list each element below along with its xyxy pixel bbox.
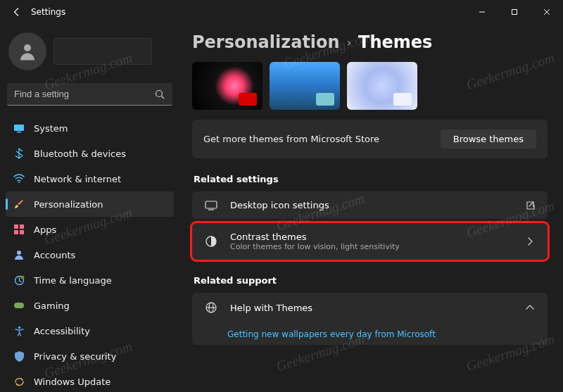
globe-icon	[203, 301, 219, 314]
contrast-icon	[203, 235, 219, 248]
chevron-right-icon	[524, 237, 536, 246]
system-icon	[13, 122, 25, 134]
search	[7, 83, 172, 106]
window-title: Settings	[31, 7, 65, 17]
search-input[interactable]	[7, 83, 172, 106]
tile-subtitle: Color themes for low vision, light sensi…	[230, 242, 400, 251]
nav-gaming[interactable]: Gaming	[6, 293, 174, 318]
tile-title: Desktop icon settings	[230, 200, 329, 210]
contrast-themes-tile[interactable]: Contrast themes Color themes for low vis…	[192, 223, 548, 260]
svg-point-12	[17, 251, 21, 255]
chevron-up-icon	[524, 305, 536, 310]
brush-icon	[13, 198, 25, 210]
breadcrumb-parent[interactable]: Personalization	[192, 32, 340, 52]
nav-time[interactable]: Time & language	[6, 267, 174, 293]
help-with-themes-tile[interactable]: Help with Themes	[192, 293, 548, 322]
apps-icon	[13, 223, 25, 236]
avatar	[8, 32, 46, 70]
update-icon	[13, 375, 25, 388]
nav-accounts[interactable]: Accounts	[6, 242, 174, 267]
nav-system[interactable]: System	[6, 115, 174, 141]
chevron-right-icon: ›	[347, 36, 351, 49]
svg-rect-17	[205, 201, 217, 208]
clock-icon	[13, 274, 25, 286]
svg-rect-1	[512, 10, 517, 15]
nav-label: Network & internet	[34, 174, 121, 184]
minimize-button[interactable]	[466, 0, 498, 24]
svg-rect-10	[14, 230, 18, 234]
breadcrumb-current: Themes	[358, 32, 432, 52]
nav-label: Gaming	[34, 301, 70, 311]
nav-privacy[interactable]: Privacy & security	[6, 343, 174, 369]
person-icon	[13, 248, 25, 261]
theme-card-2[interactable]	[270, 62, 340, 110]
titlebar: Settings	[0, 0, 563, 24]
svg-rect-8	[14, 225, 18, 229]
svg-point-16	[18, 326, 20, 329]
back-button[interactable]	[7, 7, 27, 17]
svg-rect-15	[14, 303, 24, 308]
search-icon	[154, 89, 165, 100]
store-text: Get more themes from Microsoft Store	[203, 134, 379, 144]
desktop-icon-settings-tile[interactable]: Desktop icon settings	[192, 191, 548, 219]
svg-rect-11	[20, 230, 24, 234]
nav-windows-update[interactable]: Windows Update	[6, 369, 174, 392]
svg-rect-5	[14, 125, 24, 131]
svg-rect-9	[20, 225, 24, 229]
external-link-icon	[524, 201, 536, 210]
svg-point-7	[18, 182, 20, 183]
profile-name-box	[53, 38, 152, 65]
shield-icon	[13, 350, 25, 362]
svg-point-3	[156, 91, 163, 97]
wifi-icon	[13, 172, 25, 185]
nav-label: Personalization	[34, 199, 103, 210]
theme-previews	[192, 62, 548, 110]
sidebar: System Bluetooth & devices Network & int…	[0, 24, 179, 392]
nav-label: Apps	[34, 225, 56, 235]
desktop-icon	[203, 201, 219, 210]
browse-themes-button[interactable]: Browse themes	[441, 129, 536, 148]
nav-label: Privacy & security	[34, 351, 116, 362]
nav-label: Windows Update	[34, 377, 110, 387]
nav-label: Accessibility	[34, 326, 90, 336]
related-settings-header: Related settings	[194, 174, 548, 184]
nav-apps[interactable]: Apps	[6, 217, 174, 242]
nav-label: Bluetooth & devices	[34, 148, 126, 159]
nav-personalization[interactable]: Personalization	[6, 191, 174, 217]
nav-accessibility[interactable]: Accessibility	[6, 318, 174, 343]
breadcrumb: Personalization › Themes	[192, 27, 548, 62]
svg-point-2	[24, 44, 31, 51]
window-controls	[466, 0, 563, 24]
store-row: Get more themes from Microsoft Store Bro…	[192, 120, 548, 158]
nav-bluetooth[interactable]: Bluetooth & devices	[6, 141, 174, 166]
related-support-header: Related support	[194, 275, 548, 286]
support-link[interactable]: Getting new wallpapers every day from Mi…	[192, 322, 548, 345]
theme-card-3[interactable]	[347, 62, 417, 110]
tile-title: Help with Themes	[230, 303, 312, 313]
content: Personalization › Themes Get more themes…	[179, 24, 563, 392]
profile-block[interactable]	[6, 28, 174, 80]
gaming-icon	[13, 299, 25, 312]
tile-title: Contrast themes	[230, 232, 400, 242]
nav-list: System Bluetooth & devices Network & int…	[6, 115, 174, 392]
accessibility-icon	[13, 324, 25, 337]
svg-point-14	[20, 275, 24, 279]
svg-line-4	[162, 96, 165, 99]
nav-label: System	[34, 123, 68, 134]
close-button[interactable]	[531, 0, 563, 24]
nav-label: Time & language	[34, 275, 112, 286]
theme-card-1[interactable]	[192, 62, 262, 110]
svg-rect-6	[17, 132, 21, 133]
nav-network[interactable]: Network & internet	[6, 166, 174, 191]
nav-label: Accounts	[34, 250, 75, 260]
maximize-button[interactable]	[498, 0, 531, 24]
bluetooth-icon	[13, 147, 25, 160]
